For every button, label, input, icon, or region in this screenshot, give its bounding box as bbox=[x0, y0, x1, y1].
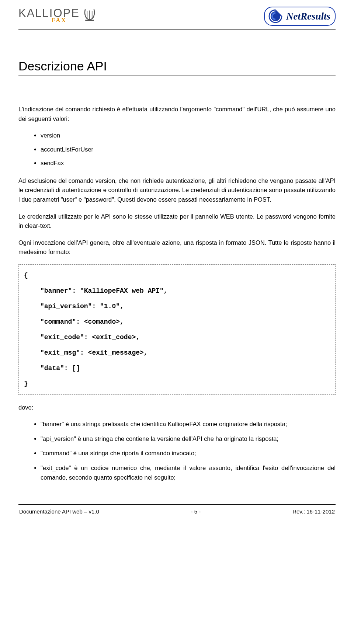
kalliope-wordmark: KALLIOPE bbox=[18, 7, 80, 20]
page-title: Descrizione API bbox=[18, 59, 336, 73]
lyre-icon bbox=[83, 7, 96, 23]
paragraph: Ad esclusione del comando version, che n… bbox=[18, 176, 336, 205]
command-list: version accountListForUser sendFax bbox=[18, 131, 336, 168]
code-line: "exit_msg": <exit_message>, bbox=[22, 349, 332, 356]
code-line: { bbox=[22, 272, 332, 279]
header-divider bbox=[18, 29, 336, 29]
code-line: "command": <comando>, bbox=[22, 318, 332, 325]
page-footer: Documentazione API web – v1.0 - 5 - Rev.… bbox=[18, 508, 336, 515]
body-content: L'indicazione del comando richiesto è ef… bbox=[18, 105, 336, 482]
paragraph: Le credenziali utilizzate per le API son… bbox=[18, 212, 336, 231]
title-underline bbox=[18, 76, 336, 76]
list-item: "exit_code" è un codice numerico che, me… bbox=[41, 463, 336, 482]
dove-label: dove: bbox=[18, 403, 336, 412]
list-item: version bbox=[41, 131, 336, 140]
netresults-wordmark: NetResults bbox=[286, 11, 330, 22]
json-code-block: { "banner": "KalliopeFAX web API", "api_… bbox=[18, 264, 336, 395]
footer-left: Documentazione API web – v1.0 bbox=[19, 508, 99, 515]
swirl-icon bbox=[267, 9, 284, 24]
list-item: accountListForUser bbox=[41, 145, 336, 154]
code-line: "exit_code": <exit_code>, bbox=[22, 334, 332, 341]
list-item: "api_version" è una stringa che contiene… bbox=[41, 434, 336, 444]
page-header: KALLIOPE FAX NetResults bbox=[18, 7, 336, 26]
explanation-list: "banner" è una stringa prefissata che id… bbox=[18, 420, 336, 482]
list-item: "banner" è una stringa prefissata che id… bbox=[41, 420, 336, 429]
svg-rect-3 bbox=[85, 20, 94, 21]
code-line: "data": [] bbox=[22, 365, 332, 372]
footer-right: Rev.: 16-11-2012 bbox=[292, 508, 335, 515]
paragraph: L'indicazione del comando richiesto è ef… bbox=[18, 105, 336, 123]
kalliope-logo: KALLIOPE FAX bbox=[18, 7, 96, 24]
footer-center: - 5 - bbox=[191, 508, 201, 515]
code-line: "api_version": "1.0", bbox=[22, 303, 332, 310]
paragraph: Ogni invocazione dell'API genera, oltre … bbox=[18, 238, 336, 257]
netresults-logo: NetResults bbox=[264, 7, 336, 26]
code-line: } bbox=[22, 380, 332, 387]
list-item: "command" è una stringa che riporta il c… bbox=[41, 449, 336, 458]
code-line: "banner": "KalliopeFAX web API", bbox=[22, 288, 332, 294]
footer-divider bbox=[18, 504, 336, 505]
list-item: sendFax bbox=[41, 159, 336, 168]
